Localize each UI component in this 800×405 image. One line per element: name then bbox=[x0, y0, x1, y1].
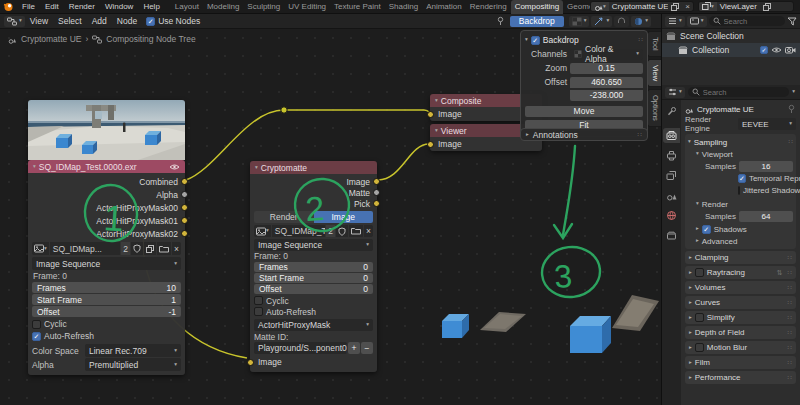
fake-user-icon[interactable] bbox=[131, 242, 143, 255]
reroute-node[interactable] bbox=[281, 107, 287, 113]
advanced-subpanel-header[interactable]: ▸ Advanced bbox=[688, 235, 793, 247]
matte-add-button[interactable]: + bbox=[348, 342, 360, 354]
outliner-row-collection[interactable]: Collection ✓ bbox=[662, 43, 800, 57]
new-viewlayer-button[interactable] bbox=[760, 2, 774, 11]
tab-tool[interactable] bbox=[663, 104, 680, 119]
panel-curves[interactable]: ▸ Curves∷ bbox=[685, 296, 796, 309]
sampling-panel-header[interactable]: ▾ Sampling ∷ bbox=[688, 136, 793, 148]
selectable-checkbox[interactable]: ✓ bbox=[760, 46, 768, 54]
tab-output[interactable] bbox=[663, 148, 680, 163]
socket-mask02[interactable] bbox=[181, 230, 188, 237]
auto-refresh-toggle[interactable]: ✓Auto-Refresh bbox=[32, 330, 181, 342]
panel-motion-blur[interactable]: ▸ Motion Blur∷ bbox=[685, 341, 796, 354]
socket-image-out[interactable] bbox=[373, 178, 380, 185]
pin-icon[interactable] bbox=[496, 16, 505, 26]
copy-datablock-icon[interactable] bbox=[144, 242, 156, 255]
offset-slider[interactable]: Offset0 bbox=[254, 284, 373, 294]
move-button[interactable]: Move bbox=[525, 106, 643, 117]
cyclic-toggle[interactable]: Cyclic bbox=[32, 318, 181, 330]
menu-view[interactable]: View bbox=[25, 16, 53, 26]
tab-render[interactable] bbox=[663, 128, 680, 143]
cryptomatte-node-header[interactable]: ▾ Cryptomatte bbox=[250, 161, 377, 174]
blender-logo-icon[interactable] bbox=[3, 1, 14, 12]
socket-image-in[interactable] bbox=[427, 111, 434, 118]
fake-user-icon[interactable] bbox=[336, 225, 348, 237]
crypto-users-count[interactable]: 2 bbox=[326, 225, 335, 237]
panel-film[interactable]: ▸ Film∷ bbox=[685, 356, 796, 369]
image-source-dropdown[interactable]: Image Sequence▾ bbox=[32, 257, 181, 270]
start-frame-slider[interactable]: Start Frame1 bbox=[32, 294, 181, 305]
editor-type-button[interactable]: ▾ bbox=[4, 16, 25, 27]
channels-dropdown[interactable]: Color & Alpha ▾ bbox=[570, 49, 643, 60]
viewlayer-name[interactable]: ViewLayer bbox=[717, 2, 760, 11]
tab-view-layer[interactable] bbox=[663, 168, 680, 183]
tab-collection[interactable] bbox=[663, 228, 680, 243]
workspace-tab-geometry-nodes[interactable]: Geometry Nodes bbox=[563, 0, 590, 14]
workspace-tab-shading[interactable]: Shading bbox=[385, 0, 422, 14]
backdrop-channels-button[interactable]: ▾ bbox=[569, 16, 590, 27]
socket-image-in[interactable] bbox=[247, 359, 254, 366]
image-node-header[interactable]: ▾ SQ_IDMap_Test.0000.exr bbox=[28, 160, 185, 173]
browse-image-button[interactable]: ▾ bbox=[32, 242, 49, 255]
offset-y-field[interactable]: -238.000 bbox=[570, 90, 643, 101]
annotations-panel-header[interactable]: ▸ Annotations ∷ bbox=[520, 128, 648, 141]
viewport-subpanel-header[interactable]: ▾ Viewport bbox=[688, 148, 793, 160]
render-samples-slider[interactable]: 64 bbox=[739, 211, 793, 222]
socket-combined[interactable] bbox=[181, 178, 188, 185]
browse-image-button[interactable]: ▾ bbox=[254, 225, 271, 237]
editor-type-button[interactable]: ▾ bbox=[665, 87, 685, 98]
socket-image-in[interactable] bbox=[427, 141, 434, 148]
browse-scene-button[interactable]: ▾ bbox=[591, 2, 609, 11]
collapse-icon[interactable]: ▾ bbox=[33, 164, 36, 170]
workspace-tab-sculpting[interactable]: Sculpting bbox=[243, 0, 284, 14]
properties-search[interactable] bbox=[688, 87, 789, 97]
menu-render[interactable]: Render bbox=[64, 2, 100, 11]
viewport-samples-slider[interactable]: 16 bbox=[739, 161, 793, 172]
display-mode-button[interactable]: ▾ bbox=[665, 16, 685, 27]
auto-refresh-toggle[interactable]: Auto-Refresh bbox=[254, 306, 373, 317]
workspace-tab-compositing[interactable]: Compositing bbox=[511, 0, 563, 14]
tab-world[interactable] bbox=[663, 208, 680, 223]
source-image-button[interactable]: Image bbox=[314, 211, 374, 223]
socket-mask01[interactable] bbox=[181, 217, 188, 224]
render-engine-dropdown[interactable]: EEVEE▾ bbox=[738, 118, 796, 130]
socket-mask00[interactable] bbox=[181, 204, 188, 211]
gizmos-button[interactable]: ▾ bbox=[591, 16, 612, 27]
frames-slider[interactable]: Frames10 bbox=[32, 282, 181, 293]
properties-search-input[interactable] bbox=[703, 88, 785, 97]
raytracing-checkbox[interactable] bbox=[695, 268, 704, 277]
collapse-icon[interactable]: ▾ bbox=[435, 128, 438, 134]
menu-help[interactable]: Help bbox=[138, 2, 164, 11]
backdrop-checkbox[interactable]: ✓ bbox=[531, 36, 540, 45]
panel-performance[interactable]: ▸ Performance∷ bbox=[685, 371, 796, 384]
collapse-icon[interactable]: ▾ bbox=[255, 165, 258, 171]
menu-file[interactable]: File bbox=[17, 2, 40, 11]
offset-x-field[interactable]: 460.650 bbox=[570, 77, 643, 88]
options-chevron-icon[interactable]: ▾ bbox=[792, 89, 795, 95]
jittered-shadows-toggle[interactable]: Jittered Shadows bbox=[688, 184, 793, 196]
offset-slider[interactable]: Offset-1 bbox=[32, 306, 181, 317]
open-image-folder-icon[interactable] bbox=[157, 242, 171, 255]
menu-select[interactable]: Select bbox=[53, 16, 87, 26]
workspace-tab-layout[interactable]: Layout bbox=[171, 0, 203, 14]
workspace-tab-uv-editing[interactable]: UV Editing bbox=[284, 0, 330, 14]
open-image-folder-icon[interactable] bbox=[349, 225, 363, 237]
panel-raytracing[interactable]: ▸ Raytracing ⇅ ∷ bbox=[685, 266, 796, 279]
workspace-tab-modeling[interactable]: Modeling bbox=[203, 0, 243, 14]
alpha-dropdown[interactable]: Premultiplied▾ bbox=[85, 358, 181, 371]
menu-node[interactable]: Node bbox=[112, 16, 142, 26]
crypto-source-dropdown[interactable]: Image Sequence▾ bbox=[254, 239, 373, 251]
unlink-image-icon[interactable]: × bbox=[172, 242, 181, 255]
filter-id-button[interactable]: ▾ bbox=[687, 16, 707, 27]
cryptomatte-node[interactable]: ▾ Cryptomatte Image Matte Pick Render Im… bbox=[250, 161, 377, 372]
color-space-dropdown[interactable]: Linear Rec.709▾ bbox=[85, 344, 181, 357]
tab-scene[interactable] bbox=[663, 188, 680, 203]
delete-scene-button[interactable]: × bbox=[682, 2, 693, 11]
image-users-count[interactable]: 2 bbox=[121, 242, 130, 255]
zoom-field[interactable]: 0.15 bbox=[570, 63, 643, 74]
sidebar-tab-options[interactable]: Options bbox=[647, 89, 661, 127]
drag-dots-icon[interactable]: ∷ bbox=[639, 36, 643, 44]
use-nodes-toggle[interactable]: ✓ Use Nodes bbox=[146, 16, 200, 26]
source-render-button[interactable]: Render bbox=[254, 211, 314, 223]
cyclic-toggle[interactable]: Cyclic bbox=[254, 295, 373, 306]
